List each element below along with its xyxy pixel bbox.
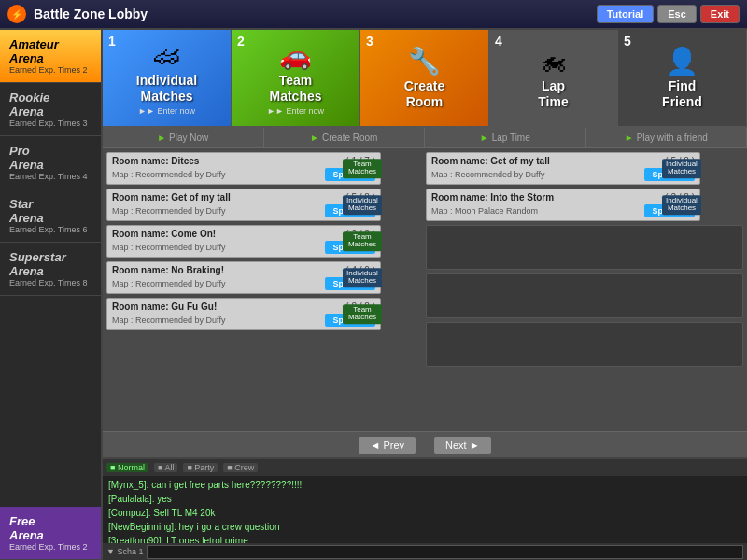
room-map-4: Map : Recommended by Duffy xyxy=(112,279,225,288)
next-button[interactable]: Next ► xyxy=(434,437,491,454)
room-card-3: Room name: Come On! ( 2 / 8 ) Map : Reco… xyxy=(106,225,381,258)
esc-button[interactable]: Esc xyxy=(657,5,697,23)
tab-create-room[interactable]: 3 🔧 CreateRoom xyxy=(360,30,489,126)
sidebar-item-free[interactable]: FreeArena Earned Exp. Times 2 xyxy=(0,507,101,560)
main-content: 1 🏎 IndividualMatches ►► Enter now 2 🚗 T… xyxy=(103,30,747,560)
tab-label-3: CreateRoom xyxy=(404,78,445,110)
tab-number-2: 2 xyxy=(237,34,245,49)
room-card-3-bottom: Map : Recommended by Duffy Spectate xyxy=(112,241,375,254)
room-badge-5: TeamMatches xyxy=(343,304,382,325)
tab-number-1: 1 xyxy=(108,34,116,49)
room-card-2-bottom: Map : Recommended by Duffy Spectate xyxy=(112,204,375,217)
title-bar-left: ⚡ Battle Zone Lobby xyxy=(7,5,148,23)
tutorial-button[interactable]: Tutorial xyxy=(597,5,655,23)
empty-slot-3 xyxy=(426,322,743,367)
chat-tab-normal[interactable]: ■ Normal xyxy=(106,463,148,472)
title-bar: ⚡ Battle Zone Lobby Tutorial Esc Exit xyxy=(0,0,747,30)
subnav-label-2: Create Room xyxy=(322,133,377,143)
room-card-1: Room name: Ditces ( 1 / 7 ) Map : Recomm… xyxy=(106,152,381,185)
chat-channel-selector[interactable]: ▼ Scha 1 xyxy=(106,547,143,556)
tab-sublabel-1: ►► Enter now xyxy=(138,106,195,116)
tab-lap-time[interactable]: 4 🏍 LapTime xyxy=(489,30,618,126)
subnav-lap-time[interactable]: ► Lap Time xyxy=(425,128,586,147)
subnav-play-now[interactable]: ► Play Now xyxy=(103,128,264,147)
room-card-5-top: Room name: Gu Fu Gu! ( 8 / 8 ) xyxy=(112,301,375,312)
subnav-create-room[interactable]: ► Create Room xyxy=(264,128,426,147)
tab-find-friend[interactable]: 5 👤 FindFriend xyxy=(618,30,747,126)
sidebar-earned: Earned Exp. Times 2 xyxy=(9,542,92,552)
tab-team-matches[interactable]: 2 🚗 TeamMatches ►► Enter now xyxy=(232,30,360,126)
prev-button[interactable]: ◄ Prev xyxy=(359,437,416,454)
app-title: Battle Zone Lobby xyxy=(34,7,148,21)
chat-message-3: [Compuz]: Sell TL M4 20k xyxy=(108,506,741,520)
sidebar-item-pro[interactable]: ProArena Earned Exp. Times 4 xyxy=(0,136,101,189)
chat-message-4: [NewBeginning]: hey i go a crew question xyxy=(108,520,741,534)
room-card-2-top: Room name: Get of my tall ( 5 / 8 ) xyxy=(112,192,375,203)
room-name-r1: Room name: Get of my tall xyxy=(431,156,550,166)
tab-label-2: TeamMatches xyxy=(269,73,321,105)
room-card-r1: Room name: Get of my tall ( 5 / 8 ) Map … xyxy=(426,152,700,185)
empty-slot-2 xyxy=(426,273,743,318)
room-card-r2: Room name: Into the Storm ( 3 / 8 ) Map … xyxy=(426,189,700,221)
tab-individual-matches[interactable]: 1 🏎 IndividualMatches ►► Enter now xyxy=(103,30,232,126)
sidebar-earned: Earned Exp. Times 8 xyxy=(9,278,92,287)
chat-area: ■ Normal ■ All ■ Party ■ Crew [Mynx_5]: … xyxy=(103,457,747,560)
chat-tab-crew[interactable]: ■ Crew xyxy=(223,463,258,472)
subnav-play-friend[interactable]: ► Play with a friend xyxy=(586,128,748,147)
room-map-5: Map : Recommended by Duffy xyxy=(112,315,225,325)
room-name-1: Room name: Ditces xyxy=(112,156,199,166)
room-column-left: Room name: Ditces ( 1 / 7 ) Map : Recomm… xyxy=(106,152,424,427)
sidebar-arena-name: ProArena xyxy=(9,144,92,172)
sidebar-arena-name: AmateurArena xyxy=(9,37,92,65)
room-badge-2: IndividualMatches xyxy=(343,195,382,216)
subnav-arrow-2: ► xyxy=(310,133,319,143)
empty-slot-1 xyxy=(426,225,743,270)
sidebar-item-superstar[interactable]: SuperstarArena Earned Exp. Times 8 xyxy=(0,243,101,296)
tab-icon-4: 🏍 xyxy=(541,46,567,77)
tab-sublabel-2: ►► Enter now xyxy=(267,106,324,116)
main-layout: AmateurArena Earned Exp. Times 2 RookieA… xyxy=(0,30,747,560)
room-name-r2: Room name: Into the Storm xyxy=(431,192,554,203)
room-card-r1-top: Room name: Get of my tall ( 5 / 8 ) xyxy=(431,156,695,166)
room-card-4-bottom: Map : Recommended by Duffy Spectate xyxy=(112,277,375,290)
sidebar-arena-name: RookieArena xyxy=(9,91,92,119)
sidebar-earned: Earned Exp. Times 4 xyxy=(9,172,92,181)
subnav-arrow-1: ► xyxy=(157,133,166,143)
room-name-3: Room name: Come On! xyxy=(112,229,216,239)
subnav-arrow-3: ► xyxy=(480,133,489,143)
exit-button[interactable]: Exit xyxy=(700,5,740,23)
room-card-1-bottom: Map : Recommended by Duffy Spectate xyxy=(112,168,375,181)
chat-tab-party[interactable]: ■ Party xyxy=(183,463,218,472)
room-card-r2-bottom: Map : Moon Palace Random Spectate xyxy=(431,204,695,217)
room-card-5-bottom: Map : Recommended by Duffy Spectate xyxy=(112,314,375,327)
sidebar-item-amateur[interactable]: AmateurArena Earned Exp. Times 2 xyxy=(0,30,101,83)
sidebar-arena-name: SuperstarArena xyxy=(9,250,92,278)
chat-tab-all[interactable]: ■ All xyxy=(154,463,177,472)
tab-label-4: LapTime xyxy=(538,78,568,110)
room-badge-4: IndividualMatches xyxy=(343,268,382,288)
room-card-2: Room name: Get of my tall ( 5 / 8 ) Map … xyxy=(106,189,381,221)
tab-icon-1: 🏎 xyxy=(154,40,180,71)
sidebar-item-star[interactable]: StarArena Earned Exp. Times 6 xyxy=(0,189,101,243)
subnav-arrow-4: ► xyxy=(625,133,634,143)
room-name-4: Room name: No Braking! xyxy=(112,265,224,275)
pagination: ◄ Prev Next ► xyxy=(103,431,747,457)
room-badge-r1: IndividualMatches xyxy=(662,159,701,179)
sidebar-arena-name: FreeArena xyxy=(9,514,92,542)
sidebar-earned: Earned Exp. Times 3 xyxy=(9,119,92,128)
room-map-2: Map : Recommended by Duffy xyxy=(112,206,225,216)
room-map-r1: Map : Recommended by Duffy xyxy=(431,170,544,179)
chat-input[interactable] xyxy=(147,545,743,559)
app-icon: ⚡ xyxy=(7,5,26,23)
room-badge-3: TeamMatches xyxy=(343,231,382,252)
room-name-2: Room name: Get of my tall xyxy=(112,192,231,203)
subnav-label-1: Play Now xyxy=(169,133,208,143)
chat-message-2: [Paulalala]: yes xyxy=(108,492,741,506)
room-name-5: Room name: Gu Fu Gu! xyxy=(112,301,217,312)
tab-icon-5: 👤 xyxy=(666,46,698,77)
room-badge-1: TeamMatches xyxy=(343,159,382,179)
sidebar-earned: Earned Exp. Times 2 xyxy=(9,65,92,75)
room-card-r2-top: Room name: Into the Storm ( 3 / 8 ) xyxy=(431,192,695,203)
sidebar-item-rookie[interactable]: RookieArena Earned Exp. Times 3 xyxy=(0,83,101,136)
tab-icon-3: 🔧 xyxy=(408,46,441,77)
